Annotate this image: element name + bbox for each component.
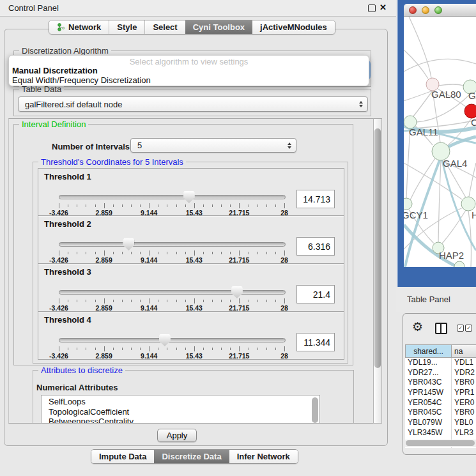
network-edge[interactable] xyxy=(406,128,410,198)
network-node[interactable] xyxy=(404,198,412,210)
tick-mark xyxy=(104,250,105,256)
attribute-item-topologicalcoefficient[interactable]: TopologicalCoefficient xyxy=(42,407,319,417)
tab-discretize-data[interactable]: Discretize Data xyxy=(154,450,229,463)
threshold-slider[interactable]: -3.4262.8599.14415.4321.71528 xyxy=(59,286,284,311)
tick-label: 2.859 xyxy=(85,352,123,360)
network-edge[interactable] xyxy=(469,163,476,197)
network-node[interactable] xyxy=(454,261,464,267)
table-data-group: Table Data galFiltered.sif default node xyxy=(13,89,371,116)
tick-mark xyxy=(68,204,68,207)
tick-mark xyxy=(185,252,186,254)
slider-handle[interactable] xyxy=(123,238,134,250)
tab-style[interactable]: Style xyxy=(109,20,144,34)
column-header-na[interactable]: na xyxy=(452,344,476,358)
tick-mark xyxy=(68,348,68,350)
bottom-tab-bar: Impute DataDiscretize DataInfer Network xyxy=(91,449,298,464)
dropdown-option-equal-width-frequency-discretization[interactable]: Equal Width/Frequency Discretization xyxy=(11,75,151,85)
number-of-intervals-combobox[interactable]: 5 xyxy=(130,138,296,153)
network-edge[interactable] xyxy=(442,210,466,243)
network-edge[interactable] xyxy=(409,17,431,78)
table-horizontal-scrollbar-thumb[interactable] xyxy=(406,440,475,446)
tick-mark xyxy=(176,300,177,302)
tick-mark xyxy=(239,346,240,351)
threshold-value-field[interactable] xyxy=(296,237,335,256)
table-row[interactable]: YLR345WYLR3 xyxy=(405,428,476,438)
attribute-item-betweennesscentrality[interactable]: BetweennessCentrality xyxy=(42,417,319,424)
threshold-value-field[interactable] xyxy=(296,285,335,303)
table-row[interactable]: YER054CYER0 xyxy=(405,398,476,408)
table-data-combobox[interactable]: galFiltered.sif default node xyxy=(18,96,368,112)
tick-mark xyxy=(86,252,86,254)
cell-name: YDR2 xyxy=(452,368,475,378)
slider-track[interactable] xyxy=(59,338,286,342)
slider-handle[interactable] xyxy=(183,191,195,203)
panel-title: Control Panel xyxy=(8,3,59,13)
tick-label: 21.715 xyxy=(220,352,258,360)
tick-mark xyxy=(77,348,77,350)
network-edge-thick[interactable] xyxy=(404,225,457,267)
float-window-icon[interactable] xyxy=(368,4,376,12)
main-scrollbar-thumb[interactable] xyxy=(374,128,381,368)
table-row[interactable]: YDR27...YDR2 xyxy=(405,368,476,378)
tab-jactivemnodules[interactable]: jActiveMNodules xyxy=(252,20,335,34)
table-row[interactable]: YBR043CYBR0 xyxy=(405,378,476,388)
zoom-traffic-light[interactable] xyxy=(434,6,442,14)
tab-label: Style xyxy=(117,22,137,32)
attributes-list-scrollbar-thumb[interactable] xyxy=(312,397,318,423)
slider-track[interactable] xyxy=(59,195,286,199)
tab-select[interactable]: Select xyxy=(144,20,185,34)
tab-network[interactable]: Network xyxy=(49,20,109,34)
threshold-panel: Threshold 1 -3.4262.8599.14415.4321.7152… xyxy=(38,168,344,217)
network-node[interactable] xyxy=(461,197,475,211)
table-horizontal-scrollbar[interactable] xyxy=(405,440,476,447)
minimize-traffic-light[interactable] xyxy=(422,6,429,14)
tab-impute-data[interactable]: Impute Data xyxy=(91,450,154,463)
slider-track[interactable] xyxy=(59,242,286,247)
table-row[interactable]: YDL19...YDL1 xyxy=(405,358,476,368)
network-edge[interactable] xyxy=(404,91,433,101)
threshold-value-field[interactable] xyxy=(296,333,335,351)
table-row[interactable]: YPR145WYPR1 xyxy=(405,388,476,398)
tick-mark xyxy=(230,300,231,302)
select-columns-icon[interactable]: ✓ ✓ xyxy=(457,325,472,332)
threshold-value-field[interactable] xyxy=(296,190,335,208)
tick-mark xyxy=(149,250,150,256)
threshold-slider[interactable]: -3.4262.8599.14415.4321.71528 xyxy=(59,190,284,216)
table-row[interactable]: YBR045CYBR0 xyxy=(405,408,476,418)
cell-name: YER0 xyxy=(452,398,474,408)
combobox-arrows-icon xyxy=(359,101,363,107)
apply-button[interactable]: Apply xyxy=(157,429,197,442)
main-scrollbar[interactable] xyxy=(373,118,382,424)
tick-mark xyxy=(86,300,86,302)
network-window-titlebar[interactable] xyxy=(404,4,476,17)
table-row[interactable]: YBL079WYBL0 xyxy=(405,418,476,428)
network-node[interactable] xyxy=(464,104,476,118)
slider-track[interactable] xyxy=(59,290,286,295)
tab-infer-network[interactable]: Infer Network xyxy=(229,450,298,463)
network-edge[interactable] xyxy=(438,160,441,242)
column-header-shared-[interactable]: shared... xyxy=(405,344,452,358)
table-panel-header: Table Panel xyxy=(396,287,476,312)
network-canvas[interactable]: GAL80GACGAL11GAL4GCY1HHAP2 xyxy=(404,17,476,267)
threshold-slider[interactable]: -3.4262.8599.14415.4321.71528 xyxy=(59,334,284,359)
tick-mark xyxy=(95,300,96,302)
close-traffic-light[interactable] xyxy=(409,6,417,14)
threshold-panel: Threshold 4 -3.4262.8599.14415.4321.7152… xyxy=(38,311,344,360)
tick-mark xyxy=(221,252,222,254)
slider-handle[interactable] xyxy=(231,286,243,298)
tick-mark xyxy=(77,300,77,302)
cell-name: YBL0 xyxy=(452,418,473,428)
numerical-attributes-label: Numerical Attributes xyxy=(36,383,118,392)
split-columns-icon[interactable] xyxy=(435,323,447,334)
threshold-slider[interactable]: -3.4262.8599.14415.4321.71528 xyxy=(59,238,284,263)
network-edge[interactable] xyxy=(439,84,463,86)
slider-handle[interactable] xyxy=(159,334,171,346)
attribute-item-selfloops[interactable]: SelfLoops xyxy=(42,397,319,407)
gear-icon[interactable]: ⚙ xyxy=(412,319,423,334)
dropdown-prompt: Select algorithm to view settings xyxy=(9,57,369,66)
close-icon[interactable]: ✕ xyxy=(380,3,387,12)
tick-mark xyxy=(104,203,105,208)
cell-shared-name: YBL079W xyxy=(405,418,452,428)
tab-cyni-toolbox[interactable]: Cyni Toolbox xyxy=(185,20,252,34)
dropdown-option-manual-discretization[interactable]: Manual Discretization xyxy=(11,66,98,75)
